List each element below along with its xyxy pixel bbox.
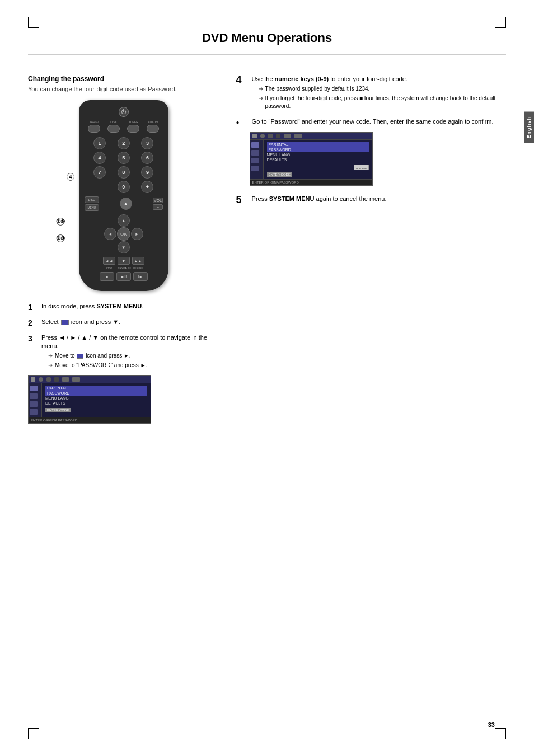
right-step-5-content: Press SYSTEM MENU again to cancel the me… <box>252 195 506 203</box>
num-plus: + <box>141 181 153 193</box>
disc-label: DISC <box>105 120 122 124</box>
tuner-label: TUNER <box>125 120 142 124</box>
right-step-bullet-content: Go to "Password" and enter your new code… <box>252 118 506 126</box>
screen-body-left: PARENTAL PASSWORD MENU LANG DEFAULTS ENT… <box>29 383 151 417</box>
num2: 2 <box>118 137 130 149</box>
rh-icon-4 <box>276 134 280 138</box>
stop-label: STOP <box>103 267 115 270</box>
corner-mark-br <box>495 728 506 739</box>
step-1-num: 1 <box>28 302 38 313</box>
page-number: 33 <box>488 721 495 728</box>
screen-sidebar-left <box>29 383 42 417</box>
inline-icon-ref <box>77 354 83 359</box>
rh-icon-1 <box>252 134 257 138</box>
right-screen-mock: PARENTAL PASSWORD MENU LANG DEFAULTS _ _… <box>250 132 373 186</box>
sidebar-icon-3 <box>30 401 38 407</box>
right-step-4: 4 Use the numeric keys (0-9) to enter yo… <box>236 75 506 112</box>
dpad-left: ◄ <box>104 228 116 240</box>
step-2-num: 2 <box>28 318 38 329</box>
transport-labels: STOP PLAY/PAUSE RESUME <box>85 267 163 270</box>
title-divider <box>28 55 506 55</box>
callout-1-5: ①⑤ <box>57 218 64 226</box>
remote-container: TAP1/2 DISC TUNER AUX/TV 1 <box>28 100 219 291</box>
bullet-dot: ● <box>236 118 247 126</box>
screen-body-right: PARENTAL PASSWORD MENU LANG DEFAULTS _ _… <box>250 140 372 179</box>
step-4-arrow-2: ➜ If you forget the four-digit code, pre… <box>259 95 506 110</box>
rh-icon-6 <box>294 134 302 138</box>
screen-sidebar-right <box>250 140 264 179</box>
screen-header-left <box>29 376 151 383</box>
num3: 3 <box>141 137 153 149</box>
dpad-down: ▼ <box>118 241 130 253</box>
num1: 1 <box>93 137 106 149</box>
vol-label: VOL <box>153 198 163 203</box>
left-steps: 1 In disc mode, press SYSTEM MENU. 2 Sel… <box>28 302 219 371</box>
aux-label: AUX/TV <box>144 120 161 124</box>
screen-bottom-right: ENTER ORIGINA PASSWORD <box>250 179 372 185</box>
rh-icon-3 <box>268 134 273 138</box>
rh-icon-5 <box>284 134 291 138</box>
sidebar-icon-4 <box>30 409 38 415</box>
left-column: Changing the password You can change the… <box>28 75 219 428</box>
aux-button <box>147 125 159 133</box>
num6: 6 <box>141 152 153 164</box>
disc-menu-btn: DISC <box>85 196 99 203</box>
corner-mark-tr <box>495 17 506 28</box>
rs-icon-1 <box>251 142 259 148</box>
corner-mark-tl <box>28 17 39 28</box>
func-buttons <box>85 125 163 133</box>
step-2-text: Select icon and press ▼. <box>41 318 219 326</box>
screen-header-right <box>250 133 372 140</box>
num0: 0 <box>118 181 130 193</box>
step-1-text: In disc mode, press SYSTEM MENU. <box>41 302 219 311</box>
num9: 9 <box>141 166 153 179</box>
right-step-4-num: 4 <box>236 75 247 85</box>
resume-label: RESUME <box>132 267 144 270</box>
step-3-arrow-2: ➜ Move to "PASSWORD" and press ►. <box>48 361 219 369</box>
dpad-ok: OK <box>117 227 130 241</box>
r-menu-password: PASSWORD <box>267 147 369 152</box>
r-menu-parental: PARENTAL <box>267 142 369 147</box>
numpad: 1 2 3 4 5 6 7 8 9 0 + <box>85 137 163 193</box>
rs-icon-2 <box>251 150 259 156</box>
header-icon-1 <box>31 377 35 382</box>
step-1: 1 In disc mode, press SYSTEM MENU. <box>28 302 219 313</box>
stop-btn: ■ <box>100 272 114 281</box>
remote-top <box>85 107 163 117</box>
callout-2-3: ②③ <box>57 234 64 242</box>
play-pause-btn: ►II <box>116 272 131 281</box>
menu-btn: MENU <box>85 204 99 211</box>
transport-row-2: ■ ►II I► <box>85 272 163 281</box>
rewind-btn: ◄◄ <box>103 257 115 265</box>
disc-button <box>107 125 120 133</box>
up-arrow-btn: ▲ <box>120 198 132 210</box>
right-column: 4 Use the numeric keys (0-9) to enter yo… <box>236 75 506 428</box>
r-menu-defaults: DEFAULTS <box>267 157 369 162</box>
rs-icon-3 <box>251 158 259 163</box>
page-title: DVD Menu Operations <box>28 0 506 55</box>
tuner-button <box>127 125 139 133</box>
screen-bottom-left: ENTER ORIGINA PASSWORD <box>29 417 151 423</box>
tap-label: TAP1/2 <box>86 120 102 124</box>
step-3: 3 Press ◄ / ► / ▲ / ▼ on the remote cont… <box>28 334 219 372</box>
dpad-up: ▲ <box>118 214 130 227</box>
dpad: ▲ ◄ OK ► ▼ <box>104 214 143 253</box>
remote-wrapper: TAP1/2 DISC TUNER AUX/TV 1 <box>79 100 168 291</box>
power-button <box>119 107 129 117</box>
menu-lang: MENU LANG <box>45 396 147 401</box>
sidebar-icon-active <box>30 386 38 391</box>
inline-icon-11 <box>61 320 69 325</box>
transport-row-1: ◄◄ ▼ ►► <box>85 257 163 265</box>
header-icon-4 <box>54 377 59 382</box>
vol-minus: − <box>153 204 163 210</box>
right-step-5: 5 Press SYSTEM MENU again to cancel the … <box>236 195 506 205</box>
down-btn: ▼ <box>118 257 130 265</box>
r-enter-code-label: ENTER CODE <box>267 172 292 177</box>
section-heading: Changing the password <box>28 75 219 83</box>
playpause-label: PLAY/PAUSE <box>118 267 130 270</box>
fforward-btn: ►► <box>132 257 144 265</box>
resume-btn: I► <box>133 272 148 281</box>
screen-main-right: PARENTAL PASSWORD MENU LANG DEFAULTS _ _… <box>264 140 372 179</box>
dpad-right: ► <box>131 228 143 240</box>
remote-control: TAP1/2 DISC TUNER AUX/TV 1 <box>79 100 168 291</box>
